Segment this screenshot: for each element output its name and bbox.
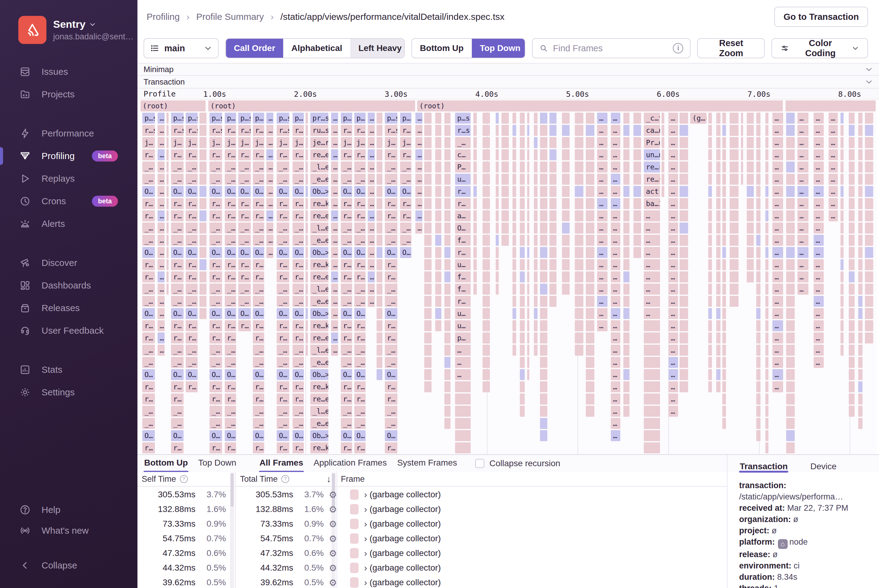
flame-cell[interactable]: … xyxy=(772,198,783,209)
flame-cell[interactable]: … xyxy=(266,247,273,258)
flame-cell[interactable] xyxy=(512,125,516,136)
flame-cell[interactable] xyxy=(520,186,525,197)
flame-cell[interactable]: … xyxy=(611,369,620,380)
flame-cell[interactable] xyxy=(786,272,795,282)
flame-cell[interactable] xyxy=(200,186,206,197)
flame-cell[interactable]: _… xyxy=(385,418,397,429)
flame-cell[interactable]: … xyxy=(611,174,620,185)
flame-cell[interactable]: r… xyxy=(142,381,155,392)
frame-settings-gear-icon[interactable]: ⚙ xyxy=(324,548,342,559)
flame-cell[interactable] xyxy=(765,198,768,209)
flame-cell[interactable] xyxy=(562,137,569,148)
tab-bottom-up[interactable]: Bottom Up xyxy=(144,455,188,472)
flame-cell[interactable] xyxy=(865,198,873,209)
flame-cell[interactable]: r…s xyxy=(186,125,198,136)
flame-cell[interactable] xyxy=(858,381,862,392)
expand-chevron-icon[interactable]: › xyxy=(364,548,367,558)
flame-cell[interactable]: O… xyxy=(385,369,397,380)
flame-cell[interactable] xyxy=(200,284,206,295)
flame-cell[interactable]: r…s xyxy=(277,125,289,136)
flame-cell[interactable] xyxy=(586,186,594,197)
flame-cell[interactable] xyxy=(534,174,538,185)
flame-cell[interactable] xyxy=(624,112,630,124)
flame-cell[interactable] xyxy=(849,137,854,148)
flame-cell[interactable]: r… xyxy=(186,210,198,221)
flame-cell[interactable]: _… xyxy=(277,418,289,429)
flame-cell[interactable] xyxy=(167,149,168,160)
flame-cell[interactable]: r… xyxy=(186,259,198,270)
flame-cell[interactable] xyxy=(540,345,547,356)
flame-cell[interactable] xyxy=(708,381,712,392)
flame-cell[interactable]: … xyxy=(611,149,620,160)
flame-cell[interactable] xyxy=(445,125,451,136)
flame-cell[interactable] xyxy=(200,198,206,209)
flame-cell[interactable]: … xyxy=(644,210,660,221)
flame-cell[interactable]: _… xyxy=(209,418,222,429)
flame-cell[interactable]: … xyxy=(597,272,607,282)
flame-cell[interactable] xyxy=(167,112,168,124)
collapse-recursion-checkbox[interactable]: Collapse recursion xyxy=(475,459,560,468)
flame-cell[interactable]: … xyxy=(772,284,783,295)
flame-cell[interactable]: _… xyxy=(341,406,352,417)
flame-cell[interactable]: … xyxy=(368,296,375,307)
flame-cell[interactable]: _… xyxy=(385,162,397,172)
flame-cell[interactable]: act xyxy=(644,186,660,197)
flame-cell[interactable] xyxy=(716,259,720,270)
flame-cell[interactable]: … xyxy=(669,210,678,221)
sidebar-item-releases[interactable]: Releases xyxy=(0,297,137,320)
flame-cell[interactable] xyxy=(496,125,499,136)
crumb-profile-summary[interactable]: Profile Summary xyxy=(196,12,264,22)
flame-cell[interactable] xyxy=(512,259,516,270)
flame-cell[interactable] xyxy=(786,222,795,234)
tab-application-frames[interactable]: Application Frames xyxy=(313,455,388,472)
flame-cell[interactable] xyxy=(540,320,547,331)
flame-cell[interactable] xyxy=(562,272,569,282)
flame-cell[interactable]: j… xyxy=(293,137,304,148)
flame-cell[interactable]: … xyxy=(597,247,607,258)
flame-cell[interactable]: … xyxy=(814,125,824,136)
flame-cell[interactable]: … xyxy=(611,308,620,319)
flame-cell[interactable]: … xyxy=(597,222,607,234)
flame-cell[interactable]: … xyxy=(368,198,375,209)
flame-cell[interactable] xyxy=(473,137,477,148)
flame-cell[interactable] xyxy=(765,247,768,258)
flame-cell[interactable] xyxy=(679,112,688,124)
flame-cell[interactable] xyxy=(765,418,768,429)
flame-cell[interactable]: _… xyxy=(277,235,289,246)
flame-cell[interactable] xyxy=(424,198,431,209)
flame-cell[interactable]: p…s xyxy=(400,112,412,124)
flame-cell[interactable] xyxy=(512,162,516,172)
flame-cell[interactable]: _… xyxy=(293,284,304,295)
flame-cell[interactable]: O… xyxy=(171,430,183,441)
flame-cell[interactable]: … xyxy=(829,186,838,197)
frame-table-row[interactable]: 132.88ms1.6%132.88ms1.6%⚙›(garbage colle… xyxy=(137,502,727,516)
flame-cell[interactable]: … xyxy=(772,345,783,356)
flame-cell[interactable] xyxy=(586,162,594,172)
flame-cell[interactable] xyxy=(865,235,873,246)
flame-cell[interactable]: O… xyxy=(277,186,289,197)
flame-cell[interactable] xyxy=(716,345,720,356)
flame-cell[interactable]: … xyxy=(611,137,620,148)
flame-cell[interactable] xyxy=(306,284,308,295)
flame-cell[interactable]: … xyxy=(669,174,678,185)
flame-cell[interactable] xyxy=(200,210,206,221)
flame-cell[interactable] xyxy=(424,357,431,368)
flame-cell[interactable]: O… xyxy=(225,247,236,258)
flame-cell[interactable]: r… xyxy=(277,149,289,160)
flame-cell[interactable] xyxy=(534,259,538,270)
flame-cell[interactable] xyxy=(840,210,844,221)
flame-cell[interactable] xyxy=(496,272,499,282)
flame-cell[interactable] xyxy=(722,125,726,136)
flame-cell[interactable]: j… xyxy=(142,137,155,148)
flame-cell[interactable] xyxy=(575,284,583,295)
flame-cell[interactable] xyxy=(708,137,712,148)
flame-cell[interactable]: r… xyxy=(209,381,222,392)
flame-cell[interactable]: r… xyxy=(293,210,304,221)
tab-system-frames[interactable]: System Frames xyxy=(397,455,458,472)
flame-cell[interactable]: _… xyxy=(225,406,236,417)
flame-cell[interactable] xyxy=(445,381,451,392)
sidebar-item-performance[interactable]: Performance xyxy=(0,122,137,145)
flame-cell[interactable] xyxy=(679,210,688,221)
flame-cell[interactable] xyxy=(377,137,382,148)
flame-cell[interactable] xyxy=(167,198,168,209)
